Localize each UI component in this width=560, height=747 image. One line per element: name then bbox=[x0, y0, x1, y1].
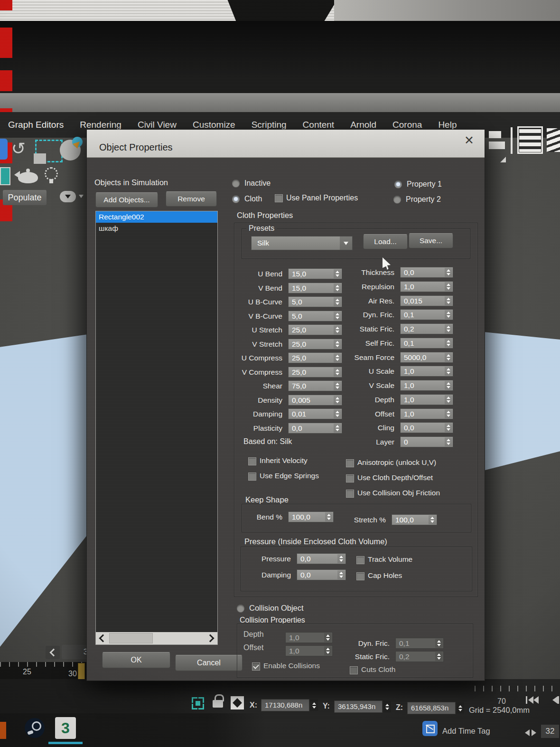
spinner[interactable] bbox=[429, 515, 436, 524]
menu-item-help[interactable]: Help bbox=[430, 120, 465, 130]
add-time-tag[interactable]: Add Time Tag bbox=[442, 727, 490, 736]
z-coordinate-field[interactable]: 61658,853n bbox=[407, 702, 456, 714]
bend-percent-field[interactable]: 100,0 bbox=[288, 511, 334, 522]
spinner[interactable] bbox=[334, 424, 341, 433]
u-bcurve-field[interactable]: 5,0 bbox=[288, 296, 342, 307]
save-button[interactable]: Save... bbox=[409, 233, 453, 248]
v-stretch-field[interactable]: 25,0 bbox=[288, 339, 342, 350]
populate-button[interactable]: Populate bbox=[3, 190, 47, 205]
u-bend-field[interactable]: 15,0 bbox=[288, 268, 342, 279]
render-production-teapot-icon[interactable] bbox=[18, 172, 38, 183]
u-scale-field[interactable]: 1,0 bbox=[400, 366, 453, 377]
isolate-selection-cube-icon[interactable] bbox=[422, 721, 438, 736]
pressure-damping-field[interactable]: 0,0 bbox=[297, 569, 346, 580]
use-edge-springs-checkbox[interactable] bbox=[248, 473, 256, 481]
thickness-field[interactable]: 0,0 bbox=[400, 267, 453, 278]
depth-field[interactable]: 1,0 bbox=[400, 394, 453, 405]
spinner[interactable] bbox=[445, 339, 452, 348]
list-horizontal-scrollbar[interactable] bbox=[96, 632, 217, 644]
spinner[interactable] bbox=[445, 282, 452, 291]
selection-lock-brackets-icon[interactable] bbox=[192, 697, 204, 709]
flyout-caret-icon[interactable] bbox=[79, 195, 84, 198]
spinner[interactable] bbox=[334, 284, 341, 293]
spinner[interactable] bbox=[445, 381, 452, 390]
collision-static-fric-field[interactable]: 0,2 bbox=[395, 651, 444, 662]
pressure-field[interactable]: 0,0 bbox=[297, 553, 346, 564]
damping-field[interactable]: 0,01 bbox=[288, 408, 342, 419]
x-coordinate-field[interactable]: 17130,688n bbox=[261, 699, 309, 711]
add-objects-button[interactable]: Add Objects... bbox=[95, 192, 158, 208]
load-button[interactable]: Load... bbox=[363, 234, 408, 249]
self-fric-field[interactable]: 0,1 bbox=[400, 338, 453, 349]
3dsmax-taskbar-icon[interactable]: 3 bbox=[55, 717, 76, 739]
seam-force-field[interactable]: 5000,0 bbox=[400, 352, 453, 363]
spinner[interactable] bbox=[334, 297, 341, 306]
spinner[interactable] bbox=[334, 340, 341, 349]
spinner[interactable] bbox=[445, 310, 452, 319]
z-spinner[interactable] bbox=[457, 702, 464, 714]
spinner[interactable] bbox=[334, 325, 341, 334]
spinner[interactable] bbox=[334, 381, 341, 390]
collision-dyn-fric-field[interactable]: 0,1 bbox=[395, 638, 444, 649]
menu-item-customize[interactable]: Customize bbox=[185, 120, 243, 130]
light-bulb-icon[interactable] bbox=[45, 167, 58, 180]
populate-flyout-button[interactable] bbox=[60, 191, 76, 202]
objects-list[interactable]: Rectangle002 шкаф bbox=[95, 211, 218, 645]
menu-item-arnold[interactable]: Arnold bbox=[342, 120, 384, 130]
layer-manager-icon[interactable] bbox=[545, 126, 560, 154]
menu-item-civil-view[interactable]: Civil View bbox=[130, 120, 185, 130]
list-item-shkaf[interactable]: шкаф bbox=[96, 223, 217, 234]
menu-item-corona[interactable]: Corona bbox=[384, 120, 430, 130]
redo-icon[interactable]: ↻ bbox=[11, 139, 26, 159]
current-frame-field[interactable]: 32 bbox=[541, 725, 559, 738]
anisotropic-checkbox[interactable] bbox=[346, 459, 354, 467]
menu-item-graph-editors[interactable]: Graph Editors bbox=[0, 120, 72, 130]
toolbar-panel-icon[interactable] bbox=[489, 142, 505, 149]
v-compress-field[interactable]: 25,0 bbox=[288, 367, 342, 378]
density-field[interactable]: 0,005 bbox=[288, 395, 342, 406]
cling-field[interactable]: 0,0 bbox=[400, 422, 453, 433]
y-spinner[interactable] bbox=[383, 701, 391, 712]
collision-depth-field[interactable]: 1,0 bbox=[285, 632, 333, 643]
selection-region-icon[interactable] bbox=[35, 140, 63, 162]
use-collision-obj-friction-checkbox[interactable] bbox=[346, 490, 354, 498]
track-volume-checkbox[interactable] bbox=[356, 556, 364, 564]
select-tool-icon[interactable] bbox=[0, 139, 8, 160]
y-coordinate-field[interactable]: 36135,943n bbox=[334, 700, 383, 713]
spinner[interactable] bbox=[334, 269, 341, 278]
spinner[interactable] bbox=[435, 639, 443, 648]
menu-item-content[interactable]: Content bbox=[295, 120, 343, 130]
key-step-toggle[interactable] bbox=[525, 729, 536, 736]
timeline-ruler-right[interactable] bbox=[475, 686, 560, 698]
spinner[interactable] bbox=[334, 312, 341, 321]
v-bend-field[interactable]: 15,0 bbox=[288, 283, 342, 293]
u-stretch-field[interactable]: 25,0 bbox=[288, 324, 342, 335]
enable-collisions-checkbox[interactable] bbox=[252, 662, 260, 671]
use-cloth-depth-offset-checkbox[interactable] bbox=[346, 474, 354, 482]
offset-field[interactable]: 1,0 bbox=[400, 408, 453, 419]
close-icon[interactable]: ✕ bbox=[464, 134, 474, 146]
spinner[interactable] bbox=[445, 437, 452, 446]
cuts-cloth-checkbox[interactable] bbox=[350, 666, 358, 674]
list-item-rectangle002[interactable]: Rectangle002 bbox=[96, 211, 217, 223]
spinner[interactable] bbox=[445, 409, 452, 418]
ok-button[interactable]: OK bbox=[102, 652, 170, 668]
cap-holes-checkbox[interactable] bbox=[356, 572, 364, 580]
timeline-prev-button[interactable] bbox=[46, 646, 60, 659]
spinner[interactable] bbox=[337, 570, 345, 579]
use-panel-properties-checkbox[interactable] bbox=[275, 194, 283, 202]
dyn-fric-field[interactable]: 0,1 bbox=[400, 309, 453, 320]
toolbar-panel-icon[interactable] bbox=[489, 131, 501, 138]
dialog-titlebar[interactable]: Object Properties ✕ bbox=[87, 130, 485, 158]
selection-lock-icon[interactable] bbox=[213, 700, 223, 708]
spinner[interactable] bbox=[445, 353, 452, 362]
shear-field[interactable]: 75,0 bbox=[288, 380, 342, 391]
spinner[interactable] bbox=[445, 296, 452, 305]
spinner[interactable] bbox=[324, 646, 332, 655]
air-res-field[interactable]: 0,015 bbox=[400, 295, 453, 306]
v-bcurve-field[interactable]: 5,0 bbox=[288, 311, 342, 321]
layer-field[interactable]: 0 bbox=[400, 436, 453, 447]
plasticity-field[interactable]: 0,0 bbox=[288, 423, 342, 434]
spinner[interactable] bbox=[445, 395, 452, 404]
inactive-radio[interactable] bbox=[232, 180, 240, 187]
